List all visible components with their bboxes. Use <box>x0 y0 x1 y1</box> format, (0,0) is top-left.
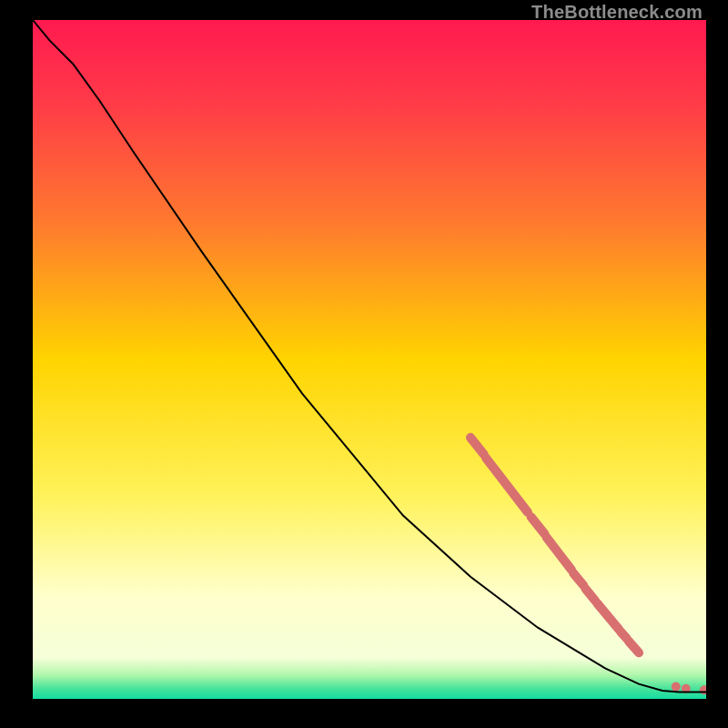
gradient-background <box>33 20 706 699</box>
watermark-text: TheBottleneck.com <box>531 2 703 23</box>
chart-frame <box>33 20 706 699</box>
bottleneck-chart <box>33 20 706 699</box>
marker-point <box>672 682 681 692</box>
marker-segment <box>621 632 627 639</box>
